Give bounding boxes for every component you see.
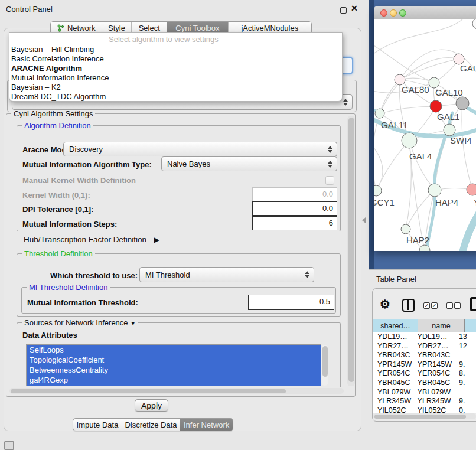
close-panel-icon[interactable]: ✕ — [351, 4, 358, 13]
table-cell[interactable]: YIL052C — [413, 406, 455, 413]
list-vertical-scrollbar[interactable] — [321, 345, 328, 386]
unchecked-checkbox-icon[interactable] — [454, 302, 461, 309]
table-cell[interactable]: 9. — [455, 360, 476, 370]
table-cell[interactable]: 9. — [455, 397, 476, 406]
table-row[interactable]: YDL19…YDL19…13 — [373, 332, 476, 342]
hub-transcription-expander[interactable]: Hub/Transcription Factor Definition ▶ — [24, 235, 159, 244]
algorithm-option-selected[interactable]: ARACNE Algorithm — [11, 64, 336, 73]
apply-button[interactable]: Apply — [135, 399, 168, 412]
table-cell[interactable] — [455, 351, 476, 360]
settings-vertical-scrollbar[interactable] — [347, 116, 355, 386]
table-cell[interactable]: YDR27… — [373, 342, 413, 351]
unchecked-checkbox-icon[interactable] — [446, 302, 453, 309]
table-cell[interactable]: YER054C — [373, 369, 413, 379]
split-columns-icon[interactable] — [402, 299, 415, 312]
mi-type-combobox[interactable]: Naive Bayes — [161, 156, 337, 171]
network-node-GAL10[interactable] — [429, 77, 439, 88]
network-node-GAL4[interactable] — [402, 133, 417, 148]
network-node-HAP4[interactable] — [428, 184, 441, 197]
panel-divider[interactable] — [367, 0, 367, 450]
table-row[interactable]: YBR045CYBR045C9. — [373, 379, 476, 388]
algorithm-option[interactable]: Basic Correlation Inference — [11, 54, 336, 64]
column-header-shared-name[interactable]: shared… — [373, 319, 418, 332]
tab-jactivemnodules[interactable]: jActiveMNodules — [229, 22, 311, 34]
table-cell[interactable]: YBL079W — [413, 388, 455, 397]
list-item[interactable]: SelfLoops — [27, 345, 321, 355]
network-node-Y-node[interactable] — [467, 184, 476, 195]
close-window-icon[interactable] — [380, 9, 387, 17]
algorithm-option[interactable]: Dream8 DC_TDC Algorithm — [11, 92, 336, 102]
table-row[interactable]: YDR27…YDR27…12 — [373, 342, 476, 351]
mi-threshold-field[interactable]: 0.5 — [248, 295, 334, 310]
table-cell[interactable]: YIL052C — [373, 406, 413, 413]
network-node-GCY1[interactable] — [374, 185, 382, 196]
checked-checkbox-icon[interactable]: ✓ — [431, 302, 438, 309]
table-cell[interactable]: YBR045C — [373, 379, 413, 388]
dpi-tolerance-field[interactable]: 0.0 — [252, 201, 337, 216]
table-row[interactable]: YER054CYER054C8. — [373, 369, 476, 379]
table-cell[interactable]: YDL19… — [413, 332, 455, 342]
kernel-width-field[interactable]: 0.0 — [252, 187, 337, 201]
table-row[interactable]: YBL079WYBL079W — [373, 388, 476, 397]
tab-infer-network[interactable]: Infer Network — [180, 419, 233, 431]
network-node-edge-circle[interactable] — [472, 19, 476, 29]
aracne-mode-combobox[interactable]: Discovery — [63, 142, 337, 156]
checked-checkbox-icon[interactable]: ✓ — [423, 302, 430, 309]
table-cell[interactable]: YDL19… — [373, 332, 413, 342]
algorithm-option[interactable]: Mutual Information Inference — [11, 73, 336, 83]
table-row[interactable]: YPR145WYPR145W9. — [373, 360, 476, 370]
algorithm-option[interactable]: Bayesian – Hill Climbing — [11, 45, 336, 54]
table-cell[interactable]: 0. — [455, 406, 476, 413]
tab-cyni-toolbox[interactable]: Cyni Toolbox — [167, 22, 229, 34]
list-item-partial[interactable] — [27, 385, 321, 386]
list-item[interactable]: gal4RGexp — [27, 375, 321, 385]
tab-impute-data[interactable]: Impute Data — [73, 419, 122, 431]
table-cell[interactable] — [455, 388, 476, 397]
float-panel-icon[interactable] — [340, 7, 347, 14]
table-row[interactable]: YLR345WYLR345W9. — [373, 397, 476, 406]
table-row[interactable]: YBR043CYBR043C — [373, 351, 476, 360]
split-collapse-arrow[interactable] — [362, 217, 366, 223]
network-canvas[interactable]: GAL80GAL10GAL1GAL11SWI4GAL4GALGCY1HAP4YH… — [374, 19, 476, 251]
table-cell[interactable]: YBR043C — [373, 351, 413, 360]
network-node-gray-node[interactable] — [456, 97, 469, 110]
table-cell[interactable]: YLR345W — [373, 397, 413, 406]
table-cell[interactable]: YDR27… — [413, 342, 455, 351]
table-cell[interactable]: 12 — [455, 342, 476, 351]
table-cell[interactable]: 9. — [455, 379, 476, 388]
collapse-down-icon[interactable]: ▼ — [130, 320, 136, 327]
network-node-GAL1[interactable] — [430, 100, 442, 112]
table-cell[interactable]: YPR145W — [413, 360, 455, 370]
table-row[interactable]: YIL052CYIL052C0. — [373, 406, 476, 413]
column-header-cut[interactable] — [465, 319, 476, 332]
zoom-window-icon[interactable] — [399, 9, 406, 17]
mi-steps-field[interactable]: 6 — [252, 216, 337, 230]
manual-kernel-checkbox[interactable] — [325, 176, 334, 185]
algorithm-option[interactable]: Bayesian – K2 — [11, 83, 336, 92]
table-cell[interactable]: YER054C — [413, 369, 455, 379]
table-cell[interactable]: YBR043C — [413, 351, 455, 360]
minimized-panel-icon[interactable] — [4, 441, 14, 450]
column-header-name[interactable]: name — [418, 319, 465, 332]
list-item[interactable]: BetweennessCentrality — [27, 365, 321, 375]
table-cell[interactable]: 8. — [455, 369, 476, 379]
gear-icon[interactable]: ⚙ — [380, 297, 390, 311]
table-cell[interactable]: YBL079W — [373, 388, 413, 397]
settings-horizontal-scrollbar[interactable] — [9, 388, 344, 394]
minimize-window-icon[interactable] — [390, 9, 397, 17]
which-threshold-combobox[interactable]: MI Threshold — [139, 267, 314, 282]
table-horizontal-scrollbar[interactable] — [373, 413, 476, 419]
list-item[interactable]: TopologicalCoefficient — [27, 355, 321, 365]
table-cell[interactable]: YPR145W — [373, 360, 413, 370]
network-node-GAL80[interactable] — [395, 74, 405, 85]
table-cell[interactable]: 13 — [455, 332, 476, 342]
tab-discretize-data[interactable]: Discretize Data — [122, 419, 180, 431]
network-window-titlebar[interactable] — [374, 6, 476, 19]
network-node-SWI4[interactable] — [444, 124, 455, 136]
document-icon[interactable] — [470, 297, 476, 311]
table-cell[interactable]: YBR045C — [413, 379, 455, 388]
network-node-HAP2[interactable] — [401, 224, 410, 234]
tab-network[interactable]: Network — [51, 22, 102, 34]
tab-select[interactable]: Select — [132, 22, 167, 34]
tab-style[interactable]: Style — [102, 22, 132, 34]
